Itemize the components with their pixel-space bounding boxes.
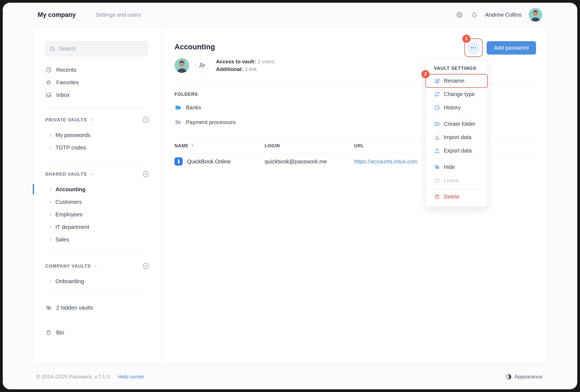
- header-section-title: Settings and users: [96, 12, 141, 18]
- menu-item-leave[interactable]: Leave: [426, 174, 487, 187]
- additional-value: 1 link: [245, 66, 257, 72]
- password-login-cell: quickbook@passwork.me: [265, 158, 354, 165]
- chevron-right-icon: [49, 200, 53, 204]
- shared-vaults-header: SHARED VAULTS: [33, 168, 162, 180]
- menu-item-rename[interactable]: 2 Rename: [426, 74, 487, 88]
- header-divider: [86, 10, 86, 19]
- sidebar-item-it-department[interactable]: IT department: [33, 221, 162, 233]
- sidebar-item-sales[interactable]: Sales: [33, 233, 162, 246]
- annotation-step-2-badge: 2: [421, 70, 430, 78]
- folder-icon: [174, 104, 182, 111]
- annotation-step-1-badge: 1: [462, 35, 470, 43]
- menu-item-label: History: [444, 104, 461, 111]
- rename-icon: [434, 78, 440, 84]
- menu-item-label: Rename: [444, 78, 464, 84]
- column-header-login[interactable]: LOGIN: [265, 143, 354, 148]
- folder-icon: [174, 119, 182, 126]
- appearance-toggle[interactable]: Appearance: [505, 373, 542, 380]
- top-bar: My company Settings and users Andrew Col…: [3, 3, 577, 27]
- add-user-button[interactable]: [195, 59, 209, 72]
- sidebar-item-label: Favorites: [56, 79, 79, 86]
- menu-item-label: Export data: [444, 148, 472, 154]
- column-header-label: NAME: [174, 143, 189, 148]
- company-name: My company: [38, 11, 76, 19]
- chevron-up-icon[interactable]: [90, 118, 94, 122]
- vault-settings-menu: VAULT SETTINGS 2 Rename Change type Hist…: [425, 59, 488, 207]
- copyright-text: © 2014–2025 Passwork, v.7.1.0: [36, 374, 110, 380]
- company-vaults-header: COMPANY VAULTS: [33, 260, 162, 272]
- shared-vaults-list: Accounting Customers Employees IT depart…: [33, 180, 162, 247]
- user-name[interactable]: Andrew Collins: [485, 12, 522, 18]
- menu-item-history[interactable]: History: [426, 101, 487, 114]
- sidebar-item-inbox[interactable]: Inbox: [33, 89, 162, 101]
- private-vaults-header: PRIVATE VAULTS: [33, 113, 162, 126]
- sidebar: Recents Favorites Inbox PRIVATE VAULTS: [33, 27, 162, 364]
- sidebar-item-bin[interactable]: Bin: [33, 326, 162, 339]
- sidebar-item-customers[interactable]: Customers: [33, 196, 162, 208]
- section-title: COMPANY VAULTS: [45, 264, 91, 269]
- notifications-bell-icon[interactable]: [471, 11, 478, 19]
- chevron-right-icon: [49, 279, 53, 283]
- sort-ascending-icon: [190, 144, 194, 148]
- appearance-icon: [505, 373, 512, 380]
- menu-item-import-data[interactable]: Import data: [426, 131, 487, 144]
- private-vaults-list: My passwords TOTP codes: [33, 126, 162, 155]
- folder-name: Payment processors: [186, 119, 236, 125]
- vault-settings-ellipsis-button[interactable]: [467, 41, 480, 54]
- chevron-right-icon: [49, 238, 53, 242]
- search-icon: [49, 46, 55, 52]
- add-shared-vault-icon[interactable]: [142, 170, 150, 178]
- main-panel: Accounting Access to vault:2 users Addit…: [162, 27, 547, 364]
- sidebar-divider: [45, 107, 149, 107]
- menu-item-label: Change type: [444, 91, 475, 97]
- sidebar-item-my-passwords[interactable]: My passwords: [33, 129, 162, 141]
- vault-label: My passwords: [55, 132, 90, 138]
- search-input[interactable]: [59, 46, 144, 52]
- vault-actions: 1 Add password: [464, 38, 536, 57]
- menu-item-delete[interactable]: Delete: [426, 190, 487, 204]
- sidebar-divider: [45, 320, 149, 320]
- selected-indicator: [33, 184, 34, 194]
- sidebar-item-favorites[interactable]: Favorites: [33, 76, 162, 89]
- sidebar-item-totp-codes[interactable]: TOTP codes: [33, 141, 162, 154]
- menu-item-export-data[interactable]: Export data: [426, 144, 487, 157]
- eye-off-icon: [45, 304, 52, 311]
- sidebar-item-label: Inbox: [56, 92, 70, 98]
- menu-item-create-folder[interactable]: Create folder: [426, 117, 487, 131]
- sidebar-item-employees[interactable]: Employees: [33, 208, 162, 221]
- sidebar-divider: [45, 161, 149, 162]
- folder-name: Banks: [186, 104, 201, 111]
- menu-item-change-type[interactable]: Change type: [426, 88, 487, 101]
- column-header-label: LOGIN: [265, 143, 280, 148]
- footer: © 2014–2025 Passwork, v.7.1.0 Help cente…: [3, 364, 577, 389]
- sidebar-item-recents[interactable]: Recents: [33, 64, 162, 76]
- app-window: My company Settings and users Andrew Col…: [3, 3, 577, 389]
- status-check-icon[interactable]: [456, 11, 463, 19]
- menu-item-label: Delete: [444, 194, 460, 200]
- bin-label: Bin: [56, 330, 64, 336]
- sidebar-item-hidden-vaults[interactable]: 2 hidden vaults: [33, 301, 162, 314]
- menu-item-hide[interactable]: Hide: [426, 160, 487, 174]
- chevron-up-icon[interactable]: [90, 172, 94, 176]
- vault-label: Onboarding: [55, 278, 84, 285]
- vault-member-avatar[interactable]: [174, 58, 189, 73]
- search-box[interactable]: [45, 41, 149, 56]
- sidebar-item-onboarding[interactable]: Onboarding: [33, 275, 162, 288]
- add-password-button[interactable]: Add password: [487, 41, 536, 55]
- password-name: QuickBook Online: [187, 158, 231, 165]
- chevron-up-icon[interactable]: [93, 264, 97, 268]
- help-center-link[interactable]: Help center: [118, 374, 144, 380]
- add-private-vault-icon[interactable]: [142, 116, 150, 124]
- sidebar-item-accounting[interactable]: Accounting: [33, 183, 162, 196]
- leave-icon: [434, 177, 440, 184]
- annotation-outline-step1: 1: [464, 38, 483, 57]
- import-data-icon: [434, 134, 440, 140]
- section-title: SHARED VAULTS: [45, 172, 87, 177]
- user-avatar[interactable]: [529, 8, 542, 22]
- add-company-vault-icon[interactable]: [142, 262, 150, 270]
- hide-icon: [434, 164, 440, 170]
- column-header-name[interactable]: NAME: [174, 143, 265, 148]
- menu-item-label: Import data: [444, 134, 471, 140]
- top-bar-right: Andrew Collins: [448, 8, 542, 22]
- change-type-icon: [434, 91, 440, 97]
